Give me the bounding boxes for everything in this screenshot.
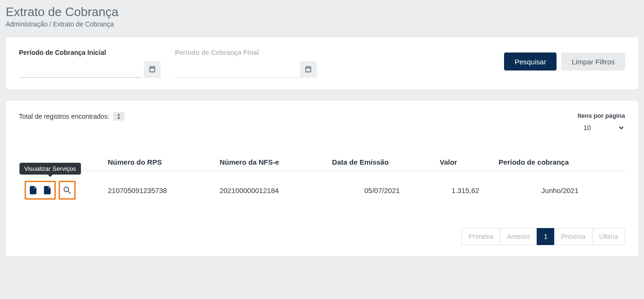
page-next[interactable]: Próxima xyxy=(554,228,592,245)
cell-valor: 1.315,62 xyxy=(436,171,495,210)
xml-icon[interactable] xyxy=(42,185,52,195)
pagination: Primeira Anterior 1 Próxima Última xyxy=(19,228,625,245)
cell-nfse: 202100000012184 xyxy=(216,171,328,210)
total-records-line: Total de registros encontrados: 1 xyxy=(19,112,124,121)
clear-filters-button[interactable]: Limpar Filtros xyxy=(561,53,625,70)
cell-periodo: Junho/2021 xyxy=(495,171,625,210)
page-current[interactable]: 1 xyxy=(537,228,555,245)
items-per-page-select[interactable]: 10 xyxy=(582,121,625,134)
page-first[interactable]: Primeira xyxy=(461,228,500,245)
col-header-data: Data de Emissão xyxy=(328,153,436,171)
total-records-count: 1 xyxy=(113,112,124,121)
pdf-icon[interactable] xyxy=(28,185,38,195)
input-periodo-inicial[interactable] xyxy=(19,62,142,78)
cell-data: 05/07/2021 xyxy=(328,171,436,210)
calendar-button-final[interactable] xyxy=(300,61,317,78)
results-panel: Total de registros encontrados: 1 Itens … xyxy=(6,101,638,256)
label-periodo-final: Período de Cobrança Final xyxy=(175,49,317,56)
table-row: Visualizar Serviços xyxy=(19,171,625,210)
calendar-icon xyxy=(148,65,156,74)
page-last[interactable]: Última xyxy=(592,228,625,245)
cell-rps: 210705091235738 xyxy=(104,171,216,210)
col-header-rps: Número do RPS xyxy=(104,153,216,171)
total-records-label: Total de registros encontrados: xyxy=(19,113,109,120)
col-header-periodo: Período de cobrança xyxy=(495,153,625,171)
label-periodo-inicial: Período de Cobrança Inicial xyxy=(19,49,161,56)
col-header-valor: Valor xyxy=(436,153,495,171)
svg-point-0 xyxy=(64,187,69,192)
tooltip-visualizar: Visualizar Serviços xyxy=(19,163,81,175)
field-periodo-final: Período de Cobrança Final xyxy=(175,49,317,78)
input-periodo-final[interactable] xyxy=(175,62,298,78)
field-periodo-inicial: Período de Cobrança Inicial xyxy=(19,49,161,78)
calendar-icon xyxy=(305,65,312,74)
col-header-nfse: Número da NFS-e xyxy=(216,153,328,171)
page-title: Extrato de Cobrança xyxy=(6,5,638,19)
search-button[interactable]: Pesquisar xyxy=(504,53,557,70)
svg-line-1 xyxy=(69,192,71,194)
items-per-page: Itens por página 10 xyxy=(578,112,625,134)
breadcrumb: Administração / Extrato de Cobrança xyxy=(6,20,638,28)
items-per-page-label: Itens por página xyxy=(578,112,625,119)
calendar-button-inicial[interactable] xyxy=(144,61,161,78)
results-table: Número do RPS Número da NFS-e Data de Em… xyxy=(19,153,625,209)
magnifier-icon[interactable] xyxy=(62,185,72,195)
page-prev[interactable]: Anterior xyxy=(500,228,537,245)
filter-panel: Período de Cobrança Inicial Período de C… xyxy=(6,37,638,89)
